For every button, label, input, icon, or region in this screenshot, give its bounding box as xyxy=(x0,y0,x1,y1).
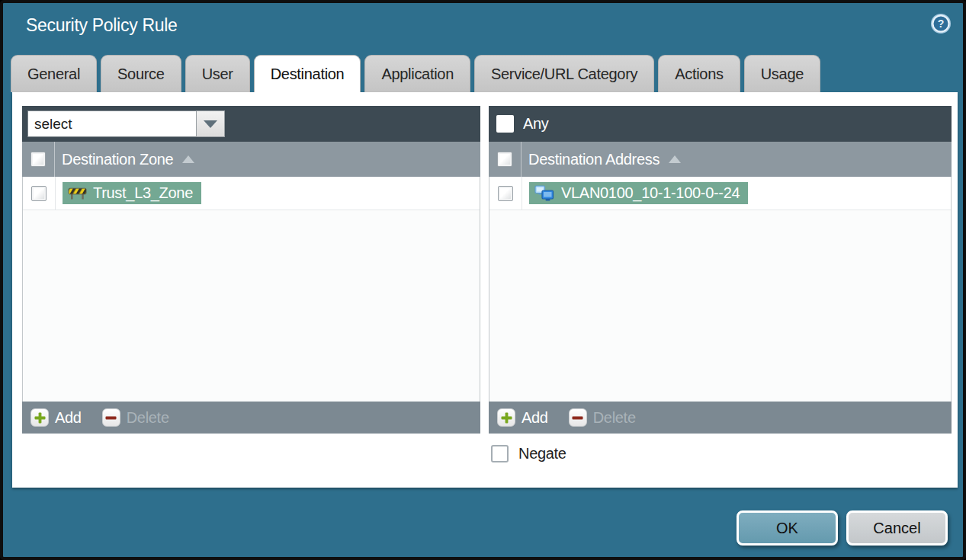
address-select-all-checkbox[interactable] xyxy=(497,152,512,167)
zone-delete-button[interactable]: Delete xyxy=(102,408,169,427)
zone-select-dropdown-button[interactable] xyxy=(196,110,225,137)
network-computers-icon xyxy=(534,185,555,202)
address-add-label: Add xyxy=(522,409,548,427)
dialog-title: Security Policy Rule xyxy=(26,15,178,36)
any-label: Any xyxy=(523,115,549,133)
tab-service-url-category[interactable]: Service/URL Category xyxy=(474,55,654,92)
address-row-value[interactable]: VLAN0100_10-1-100-0--24 xyxy=(529,182,748,204)
any-checkbox[interactable] xyxy=(496,115,514,133)
help-icon[interactable]: ? xyxy=(930,13,952,34)
address-panel-footer: Add Delete xyxy=(489,402,952,434)
minus-icon xyxy=(569,408,587,427)
table-row[interactable]: VLAN0100_10-1-100-0--24 xyxy=(489,177,951,210)
plus-icon xyxy=(30,408,49,427)
address-row-check-col xyxy=(489,177,522,210)
tab-application[interactable]: Application xyxy=(364,55,470,92)
plus-icon xyxy=(497,408,515,427)
any-toggle[interactable]: Any xyxy=(494,115,549,133)
tab-user[interactable]: User xyxy=(185,55,250,92)
address-column-header[interactable]: Destination Address xyxy=(489,142,952,177)
sort-ascending-icon xyxy=(182,155,194,163)
tab-usage[interactable]: Usage xyxy=(744,55,820,92)
zone-row-check-col xyxy=(23,177,56,210)
address-panel-toolbar: Any xyxy=(489,106,952,142)
address-delete-button[interactable]: Delete xyxy=(569,408,636,427)
ok-button[interactable]: OK xyxy=(737,510,838,546)
tab-general[interactable]: General xyxy=(11,55,97,92)
svg-text:?: ? xyxy=(938,18,944,30)
zone-panel-toolbar xyxy=(22,106,480,142)
zone-add-label: Add xyxy=(55,409,82,427)
address-row-label: VLAN0100_10-1-100-0--24 xyxy=(561,184,740,202)
zone-add-button[interactable]: Add xyxy=(30,408,82,427)
sort-ascending-icon xyxy=(669,155,681,163)
zone-select-combo xyxy=(27,110,225,137)
chevron-down-icon xyxy=(204,120,217,128)
zone-column-title: Destination Zone xyxy=(55,151,173,168)
zone-row-label: Trust_L3_Zone xyxy=(93,184,193,202)
tab-actions[interactable]: Actions xyxy=(658,55,740,92)
zone-panel-footer: Add Delete xyxy=(22,402,480,434)
zone-rows-area: Trust_L3_Zone xyxy=(22,177,480,402)
zone-column-header[interactable]: Destination Zone xyxy=(22,142,480,177)
address-rows-area: VLAN0100_10-1-100-0--24 xyxy=(489,177,952,402)
address-delete-label: Delete xyxy=(593,409,636,427)
destination-zone-panel: Destination Zone xyxy=(22,106,480,434)
zone-select-all-checkbox[interactable] xyxy=(30,152,46,167)
zone-barrier-icon xyxy=(68,187,87,200)
zone-select-input[interactable] xyxy=(27,110,196,137)
address-header-check-col xyxy=(489,142,522,177)
negate-toggle[interactable]: Negate xyxy=(491,445,566,462)
tab-destination[interactable]: Destination xyxy=(254,55,361,92)
zone-header-check-col xyxy=(22,142,55,177)
zone-delete-label: Delete xyxy=(127,409,169,427)
destination-address-panel: Any Destination Address xyxy=(489,106,952,434)
zone-row-value[interactable]: Trust_L3_Zone xyxy=(63,182,201,204)
minus-icon xyxy=(102,408,120,427)
destination-tab-content: Destination Zone xyxy=(12,92,958,488)
tab-source[interactable]: Source xyxy=(101,55,181,92)
address-add-button[interactable]: Add xyxy=(497,408,548,427)
table-row[interactable]: Trust_L3_Zone xyxy=(23,177,480,210)
security-policy-rule-dialog: Security Policy Rule ? General Source Us… xyxy=(0,0,966,560)
negate-label: Negate xyxy=(518,445,566,462)
address-row-checkbox[interactable] xyxy=(498,186,513,201)
tab-bar: General Source User Destination Applicat… xyxy=(11,55,820,92)
address-column-title: Destination Address xyxy=(522,151,660,168)
cancel-button[interactable]: Cancel xyxy=(846,510,948,546)
negate-checkbox[interactable] xyxy=(491,445,509,462)
zone-row-checkbox[interactable] xyxy=(31,186,47,201)
